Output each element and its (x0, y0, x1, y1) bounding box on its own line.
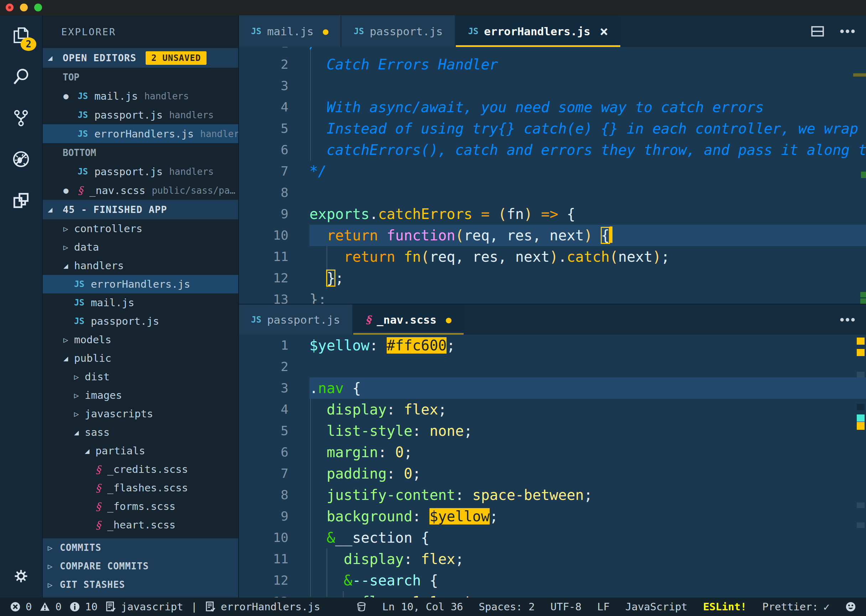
tree-item-_credits.scss[interactable]: §_credits.scss (43, 460, 238, 479)
status-item-spaces-2[interactable]: Spaces: 2 (479, 601, 535, 613)
status-item-ln-10-col-36[interactable]: Ln 10, Col 36 (382, 601, 463, 613)
status-item-javascript[interactable]: javascript (105, 601, 183, 613)
code-text: Catch Errors Handler (310, 54, 866, 75)
open-editors-header[interactable]: ◢ OPEN EDITORS 2 UNSAVED (43, 48, 238, 68)
open-editor-item-_nav.scss[interactable]: ●§_nav.scsspublic/sass/pa… (43, 181, 238, 200)
window-minimize-button[interactable] (20, 3, 28, 11)
split-editor-icon[interactable] (811, 26, 824, 37)
tree-item-data[interactable]: ▷data (43, 238, 238, 256)
status-item-utf-8[interactable]: UTF-8 (550, 601, 582, 613)
section-header-git-stashes[interactable]: ▷GIT STASHES (43, 575, 238, 594)
tab-errorHandlers.js[interactable]: JSerrorHandlers.js× (456, 15, 620, 47)
status-item-prettier-[interactable]: Prettier:✓ (762, 601, 830, 613)
code-line[interactable]: 11 return fn(req, res, next).catch(next)… (239, 246, 866, 267)
code-line[interactable]: 2 Catch Errors Handler (239, 54, 866, 75)
close-icon[interactable]: × (600, 24, 608, 38)
status-item-10[interactable]: 10 (69, 601, 97, 613)
editor-top[interactable]: 1/*2 Catch Errors Handler34 With async/a… (239, 47, 866, 304)
code-line[interactable]: 2 (239, 356, 866, 377)
tree-item-images[interactable]: ▷images (43, 386, 238, 404)
section-header-compare-commits[interactable]: ▷COMPARE COMMITS (43, 557, 238, 575)
sidebar-item-extensions[interactable] (0, 181, 42, 222)
code-line[interactable]: 4 With async/await, you need some way to… (239, 96, 866, 118)
code-line[interactable]: 6 catchErrors(), catch and errors they t… (239, 139, 866, 160)
code-line[interactable]: 10 return function(req, res, next) { (239, 225, 866, 246)
tree-item-_forms.scss[interactable]: §_forms.scss (43, 497, 238, 515)
code-token (310, 270, 327, 286)
status-item--[interactable]: | (191, 601, 197, 613)
code-line[interactable]: 5 Instead of using try{} catch(e) {} in … (239, 118, 866, 139)
open-editor-item-passport.js[interactable]: JSpassport.jshandlers (43, 105, 238, 124)
tree-item[interactable]: § (43, 534, 238, 538)
status-item-lf[interactable]: LF (597, 601, 610, 613)
code-line[interactable]: 1/* (239, 47, 866, 54)
settings-button[interactable] (0, 556, 42, 597)
status-item-0[interactable]: 0 (39, 601, 61, 613)
tree-item-javascripts[interactable]: ▷javascripts (43, 404, 238, 423)
status-item[interactable] (356, 602, 367, 612)
code-line[interactable]: 10 &__section { (239, 527, 866, 548)
more-actions-icon[interactable] (840, 317, 855, 322)
status-item-javascript[interactable]: JavaScript (625, 601, 688, 613)
tree-item-public[interactable]: ◢public (43, 349, 238, 368)
status-item-errorhandlers-js[interactable]: errorHandlers.js (205, 601, 320, 613)
code-line[interactable]: 5 list-style: none; (239, 420, 866, 442)
open-editor-item-errorHandlers.js[interactable]: JSerrorHandlers.jshandler.. (43, 124, 238, 143)
project-section-header[interactable]: ◢ 45 - FINISHED APP (43, 200, 238, 219)
code-text (310, 356, 866, 377)
code-line[interactable]: 12 }; (239, 267, 866, 289)
status-item-eslint-[interactable]: ESLint! (703, 601, 747, 613)
code-line[interactable]: 1$yellow: #ffc600; (239, 335, 866, 356)
code-line[interactable]: 9 background: $yellow; (239, 506, 866, 527)
code-line[interactable]: 13 flex: 1 1 auto; (239, 591, 866, 597)
code-line[interactable]: 13}; (239, 289, 866, 304)
tree-item-models[interactable]: ▷models (43, 330, 238, 349)
tree-item-label: passport.js (91, 315, 159, 327)
code-token: ( (455, 227, 464, 244)
window-close-button[interactable] (6, 3, 14, 11)
code-line[interactable]: 4 display: flex; (239, 399, 866, 420)
code-line[interactable]: 9exports.catchErrors = (fn) => { (239, 203, 866, 225)
code-line[interactable]: 7*/ (239, 160, 866, 182)
tree-item-_flashes.scss[interactable]: §_flashes.scss (43, 479, 238, 497)
code-line[interactable]: 7 padding: 0; (239, 463, 866, 484)
status-label: Ln 10, Col 36 (382, 601, 463, 613)
tree-item-errorHandlers.js[interactable]: JSerrorHandlers.js (43, 275, 238, 294)
window-zoom-button[interactable] (34, 3, 42, 11)
sidebar-item-search[interactable] (0, 57, 42, 98)
open-editor-item-mail.js[interactable]: ●JSmail.jshandlers (43, 86, 238, 105)
tab-_nav.scss[interactable]: §_nav.scss● (353, 305, 463, 335)
tree-item-_heart.scss[interactable]: §_heart.scss (43, 515, 238, 534)
tab-passport.js[interactable]: JSpassport.js (341, 15, 455, 47)
status-item[interactable] (846, 602, 856, 612)
tree-item-partials[interactable]: ◢partials (43, 442, 238, 460)
editor-bottom[interactable]: 1$yellow: #ffc600;23.nav {4 display: fle… (239, 335, 866, 597)
tree-item-passport.js[interactable]: JSpassport.js (43, 312, 238, 330)
status-item-0[interactable]: 0 (10, 601, 32, 613)
open-editor-item-passport.js[interactable]: JSpassport.jshandlers (43, 162, 238, 181)
code-token: & (344, 572, 352, 589)
more-actions-icon[interactable] (840, 29, 855, 34)
sidebar-item-explorer[interactable]: 2 (0, 15, 42, 57)
sidebar-item-debug[interactable] (0, 139, 42, 181)
code-token: flex (361, 594, 395, 597)
tree-item-mail.js[interactable]: JSmail.js (43, 294, 238, 312)
code-token (532, 206, 541, 222)
section-header-commits[interactable]: ▷COMMITS (43, 538, 238, 557)
code-line[interactable]: 3.nav { (239, 377, 866, 399)
tab-passport.js[interactable]: JSpassport.js (239, 305, 352, 335)
code-line[interactable]: 8 (239, 182, 866, 203)
sidebar-item-source-control[interactable] (0, 98, 42, 139)
code-token: ) (549, 248, 558, 265)
code-line[interactable]: 3 (239, 75, 866, 96)
tree-item-dist[interactable]: ▷dist (43, 368, 238, 386)
tree-item-sass[interactable]: ◢sass (43, 423, 238, 442)
line-number: 11 (239, 548, 310, 570)
tree-item-controllers[interactable]: ▷controllers (43, 219, 238, 238)
code-line[interactable]: 12 &--search { (239, 570, 866, 591)
tab-mail.js[interactable]: JSmail.js● (239, 15, 340, 47)
code-line[interactable]: 8 justify-content: space-between; (239, 484, 866, 506)
code-line[interactable]: 11 display: flex; (239, 548, 866, 570)
tree-item-handlers[interactable]: ◢handlers (43, 256, 238, 275)
code-line[interactable]: 6 margin: 0; (239, 442, 866, 463)
